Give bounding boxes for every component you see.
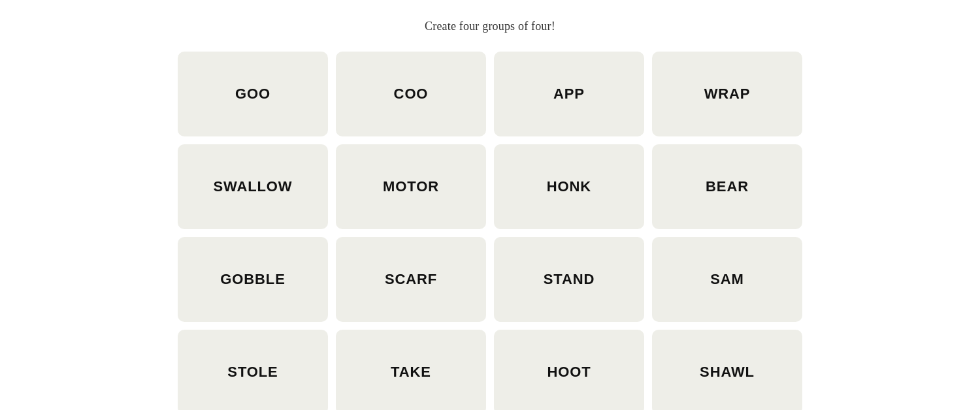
- tile-stand[interactable]: STAND: [494, 237, 644, 322]
- tile-take[interactable]: TAKE: [336, 330, 486, 410]
- tile-stole[interactable]: STOLE: [178, 330, 328, 410]
- tile-hoot[interactable]: HOOT: [494, 330, 644, 410]
- tile-motor[interactable]: MOTOR: [336, 144, 486, 229]
- tile-shawl-label: SHAWL: [700, 364, 755, 381]
- word-grid: GOOCOOAPPWRAPSWALLOWMOTORHONKBEARGOBBLES…: [178, 52, 802, 410]
- tile-honk-label: HONK: [547, 178, 591, 195]
- tile-bear-label: BEAR: [706, 178, 749, 195]
- tile-take-label: TAKE: [391, 364, 431, 381]
- tile-hoot-label: HOOT: [547, 364, 591, 381]
- tile-scarf[interactable]: SCARF: [336, 237, 486, 322]
- tile-goo-label: GOO: [235, 86, 270, 102]
- tile-app-label: APP: [553, 86, 585, 102]
- tile-shawl[interactable]: SHAWL: [652, 330, 802, 410]
- tile-swallow-label: SWALLOW: [213, 178, 292, 195]
- tile-coo-label: COO: [394, 86, 429, 102]
- tile-sam[interactable]: SAM: [652, 237, 802, 322]
- page-subtitle: Create four groups of four!: [425, 20, 555, 33]
- tile-coo[interactable]: COO: [336, 52, 486, 136]
- tile-gobble-label: GOBBLE: [220, 271, 285, 288]
- tile-app[interactable]: APP: [494, 52, 644, 136]
- tile-sam-label: SAM: [710, 271, 744, 288]
- tile-stole-label: STOLE: [227, 364, 278, 381]
- tile-honk[interactable]: HONK: [494, 144, 644, 229]
- tile-swallow[interactable]: SWALLOW: [178, 144, 328, 229]
- tile-scarf-label: SCARF: [385, 271, 437, 288]
- tile-stand-label: STAND: [544, 271, 595, 288]
- tile-bear[interactable]: BEAR: [652, 144, 802, 229]
- tile-motor-label: MOTOR: [383, 178, 439, 195]
- tile-wrap[interactable]: WRAP: [652, 52, 802, 136]
- tile-gobble[interactable]: GOBBLE: [178, 237, 328, 322]
- tile-wrap-label: WRAP: [704, 86, 751, 102]
- tile-goo[interactable]: GOO: [178, 52, 328, 136]
